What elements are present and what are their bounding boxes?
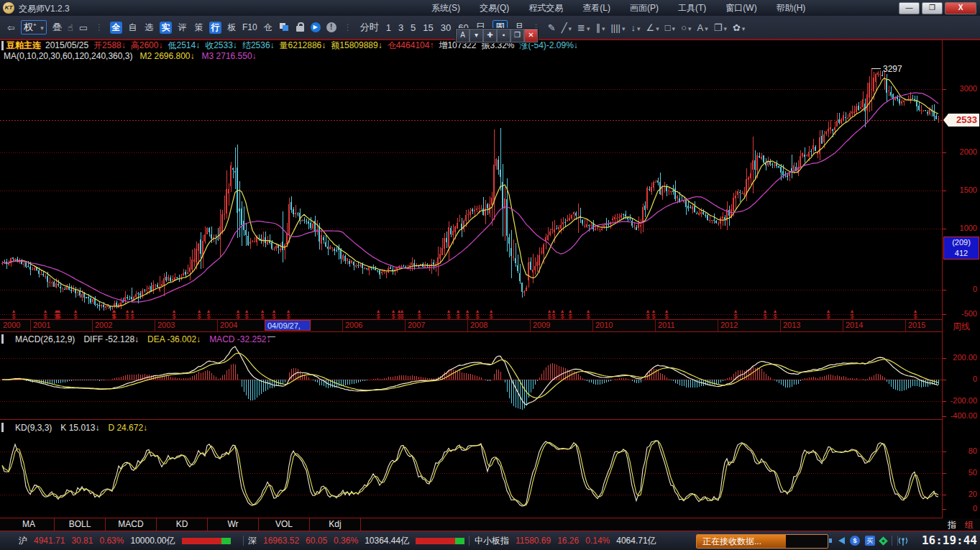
tab-Wr[interactable]: Wr xyxy=(208,518,259,531)
menu-item-5[interactable]: 工具(T) xyxy=(678,2,706,14)
macd-tick-0: 0 xyxy=(973,375,977,383)
period-分时[interactable]: 分时 xyxy=(360,21,379,34)
ruler-icon[interactable]: ▭ xyxy=(79,22,88,33)
draw-tool-3-icon[interactable]: ∥▾ xyxy=(595,22,605,33)
tick-dash xyxy=(943,152,946,153)
minimize-button[interactable]: — xyxy=(899,2,920,14)
buy-icon[interactable]: 买 xyxy=(865,536,875,546)
market-status-icon[interactable] xyxy=(879,536,888,546)
move-button[interactable]: ✚ xyxy=(483,29,497,42)
dot-button[interactable]: ▪ xyxy=(497,29,510,42)
tick-dash xyxy=(943,89,946,90)
tick-dash xyxy=(943,229,946,229)
instrument-name[interactable]: 豆粕主连 xyxy=(6,40,41,52)
svg-text:$: $ xyxy=(447,313,450,319)
price-axis: 30002000150010000-500200.000-200.00-400.… xyxy=(943,40,980,531)
tab-MACD[interactable]: MACD xyxy=(106,518,157,531)
quick-button-评[interactable]: 评 xyxy=(176,22,188,34)
announcement-icon[interactable] xyxy=(838,537,845,544)
index-沪[interactable]: 沪4941.7130.810.63%10000.00亿 xyxy=(19,531,231,550)
svg-text:$: $ xyxy=(12,313,15,319)
signal-icon[interactable] xyxy=(897,536,909,546)
quick-button-自[interactable]: 自 xyxy=(127,22,139,34)
menu-item-4[interactable]: 画面(P) xyxy=(630,2,659,14)
tab-Kdj[interactable]: Kdj xyxy=(310,518,361,531)
funds-icon[interactable]: $ xyxy=(850,536,860,546)
ma-params[interactable]: MA(0,10,20,30,60,120,240,360,3) xyxy=(4,51,132,60)
draw-tool-6-icon[interactable]: ∠▾ xyxy=(646,22,659,33)
text-dropdown[interactable]: ▾ xyxy=(470,29,483,42)
menu-item-7[interactable]: 帮助(H) xyxy=(777,2,806,14)
back-icon[interactable]: ⇦ xyxy=(7,22,15,33)
draw-tool-0-icon[interactable]: ✎ xyxy=(548,22,556,33)
hand-tool-icon[interactable]: ☝ xyxy=(68,22,73,33)
draw-tool-8-icon[interactable]: ○▾ xyxy=(681,22,691,33)
draw-tool-1-icon[interactable]: ╱▾ xyxy=(562,22,572,33)
macd-chart[interactable] xyxy=(0,332,942,419)
kd-params[interactable]: KD(9,3,3) xyxy=(15,423,52,433)
menu-item-1[interactable]: 交易(Q) xyxy=(480,2,509,14)
text-tool-button[interactable]: A xyxy=(456,29,470,42)
restore-button[interactable]: ❐ xyxy=(922,2,943,14)
tab-VOL[interactable]: VOL xyxy=(259,518,310,531)
quick-button-F10[interactable]: F10 xyxy=(242,22,257,34)
menu-item-3[interactable]: 查看(L) xyxy=(582,2,610,14)
period-30[interactable]: 30 xyxy=(441,22,451,33)
tab-right-指[interactable]: 指 xyxy=(948,519,956,531)
svg-text:3297: 3297 xyxy=(883,64,902,74)
period-5[interactable]: 5 xyxy=(411,22,416,33)
close-annotation-button[interactable]: ✕ xyxy=(524,29,538,42)
draw-tool-5-icon[interactable]: ↓▾ xyxy=(631,22,641,33)
menu-item-6[interactable]: 窗口(W) xyxy=(725,2,756,14)
overlay-icon[interactable]: 叠 xyxy=(52,21,62,34)
quick-button-板[interactable]: 板 xyxy=(226,22,238,34)
svg-text:$: $ xyxy=(391,313,395,319)
box-button[interactable]: ❐ xyxy=(510,29,524,42)
year-label-2011: 2011 xyxy=(658,321,675,329)
year-label-2001: 2001 xyxy=(33,321,50,329)
svg-text:$: $ xyxy=(73,313,77,319)
lock-icon[interactable] xyxy=(296,26,304,32)
year-separator xyxy=(30,320,31,331)
alert-icon[interactable]: ! xyxy=(326,22,336,32)
quick-button-实[interactable]: 实 xyxy=(160,22,172,34)
price-tick-1000: 1000 xyxy=(960,224,977,232)
play-icon[interactable]: ▶ xyxy=(311,22,321,32)
tab-KD[interactable]: KD xyxy=(157,518,208,531)
draw-tool-7-icon[interactable]: □▾ xyxy=(665,22,675,33)
quick-button-策[interactable]: 策 xyxy=(193,22,205,34)
kd-chart[interactable] xyxy=(0,420,942,518)
draw-tool-11-icon[interactable]: ✿▾ xyxy=(733,22,745,33)
rights-adjust-dropdown[interactable]: 权+ ▾ xyxy=(21,20,47,35)
tab-right-组[interactable]: 组 xyxy=(965,519,974,531)
divider[interactable] xyxy=(0,419,980,420)
pane-grip[interactable] xyxy=(1,41,4,50)
draw-tool-9-icon[interactable]: A▾ xyxy=(697,22,708,33)
draw-tool-4-icon[interactable]: ||||▾ xyxy=(610,22,625,33)
macd-params[interactable]: MACD(26,12,9) xyxy=(15,334,75,344)
period-15[interactable]: 15 xyxy=(423,22,433,33)
draw-tool-10-icon[interactable]: ❐▾ xyxy=(714,22,727,33)
quick-button-选[interactable]: 选 xyxy=(143,22,155,34)
quick-button-全[interactable]: 全 xyxy=(110,22,122,34)
floating-annotation-toolbar: A▾✚▪❐✕ xyxy=(455,28,539,43)
tab-BOLL[interactable]: BOLL xyxy=(55,518,106,531)
menu-item-2[interactable]: 程式交易 xyxy=(528,2,563,14)
close-button[interactable]: X xyxy=(945,2,976,14)
pane-grip[interactable] xyxy=(1,423,4,432)
period-1[interactable]: 1 xyxy=(386,22,391,33)
price-chart[interactable]: ▲$▲$▲$▲$▲$▲$▲$▲$▲$▲$▲$▲$▲$▲$▲$▲$▲$▲$▲$▲$… xyxy=(0,40,942,319)
index-中小板指[interactable]: 中小板指11580.6916.260.14%4064.71亿 xyxy=(475,531,656,550)
window-title: 交易师V1.2.3 xyxy=(19,3,70,15)
receiving-data-button[interactable]: 正在接收数据... xyxy=(696,534,828,549)
tab-MA[interactable]: MA xyxy=(4,518,55,531)
index-深[interactable]: 深16963.5260.050.36%10364.44亿 xyxy=(248,531,464,550)
menu-item-0[interactable]: 系统(S) xyxy=(431,2,460,14)
draw-tool-2-icon[interactable]: ≣▾ xyxy=(577,22,590,33)
period-3[interactable]: 3 xyxy=(398,22,403,33)
pane-grip[interactable] xyxy=(1,334,4,344)
cascade-windows-icon[interactable] xyxy=(280,23,289,32)
quick-button-行[interactable]: 行 xyxy=(209,22,221,34)
quick-button-仓[interactable]: 仓 xyxy=(262,22,274,34)
price-tick-1500: 1500 xyxy=(960,185,977,194)
